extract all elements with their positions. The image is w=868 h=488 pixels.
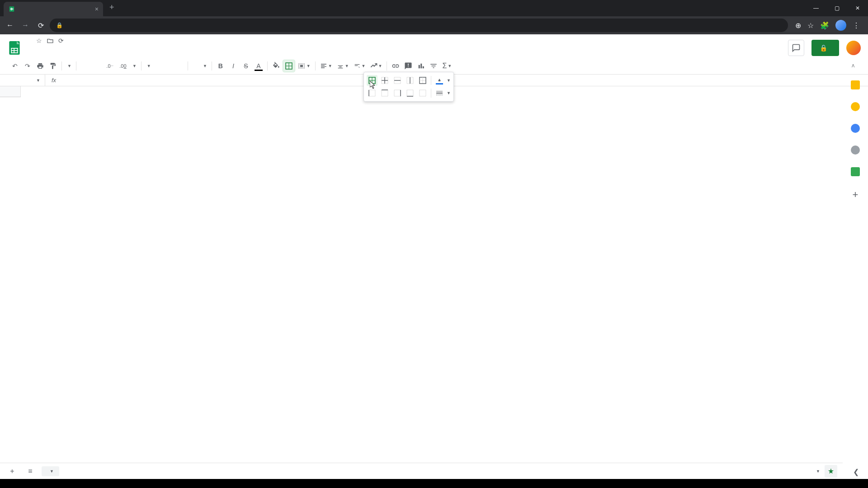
doc-title[interactable]	[28, 40, 32, 42]
extension-icon[interactable]: 🧩	[820, 21, 829, 30]
text-color-button[interactable]: A	[253, 60, 264, 72]
menu-edit[interactable]	[35, 45, 42, 49]
paint-format-button[interactable]	[47, 60, 59, 72]
maps-icon[interactable]	[851, 167, 860, 176]
add-sheet-button[interactable]: +	[5, 465, 19, 478]
font-select[interactable]: ▼	[144, 64, 185, 68]
insert-chart-button[interactable]	[415, 60, 427, 72]
menu-insert[interactable]	[50, 45, 56, 49]
chrome-avatar[interactable]	[835, 20, 846, 31]
valign-button[interactable]: ▼	[335, 62, 351, 70]
menu-view[interactable]	[42, 45, 49, 49]
border-vertical-button[interactable]	[405, 75, 415, 86]
filter-button[interactable]	[428, 60, 439, 72]
decrease-decimal-button[interactable]: .0←	[104, 60, 116, 72]
menu-data[interactable]	[64, 45, 71, 49]
nav-forward-button[interactable]: →	[19, 19, 32, 32]
increase-decimal-button[interactable]: .00	[117, 60, 129, 72]
menu-addons[interactable]	[79, 45, 85, 49]
window-minimize-icon[interactable]: —	[806, 5, 826, 11]
chevron-down-icon: ▼	[307, 64, 311, 68]
zoom-select[interactable]: ▼	[65, 64, 73, 68]
border-inner-button[interactable]	[379, 75, 390, 86]
fill-color-button[interactable]	[270, 60, 282, 72]
window-maximize-icon[interactable]: ▢	[826, 5, 847, 11]
chevron-down-icon[interactable]: ▼	[447, 78, 451, 83]
side-panel-toggle[interactable]: ❮	[853, 468, 859, 476]
italic-button[interactable]: I	[227, 60, 239, 72]
insert-link-button[interactable]	[390, 60, 401, 72]
all-sheets-button[interactable]: ≡	[24, 465, 37, 478]
sheet-tab[interactable]: ▼	[42, 466, 59, 476]
zoom-icon[interactable]: ⊕	[795, 21, 801, 30]
keep-icon[interactable]	[851, 102, 860, 111]
chevron-down-icon[interactable]: ▼	[816, 469, 820, 474]
menu-format[interactable]	[57, 45, 63, 49]
os-taskbar	[0, 479, 868, 488]
border-color-button[interactable]	[434, 75, 445, 86]
border-bottom-button[interactable]	[405, 88, 415, 99]
nav-reload-button[interactable]: ⟳	[34, 19, 47, 32]
menu-help[interactable]	[86, 45, 92, 49]
strikethrough-button[interactable]: S	[240, 60, 252, 72]
merge-cells-button[interactable]: ▼	[296, 62, 312, 70]
explore-button[interactable]	[825, 465, 837, 478]
print-button[interactable]	[34, 60, 46, 72]
bookmark-icon[interactable]: ☆	[807, 21, 814, 30]
redo-button[interactable]: ↷	[22, 60, 33, 72]
svg-rect-8	[14, 48, 14, 53]
comments-button[interactable]	[788, 40, 804, 56]
account-avatar[interactable]	[846, 41, 861, 55]
window-close-icon[interactable]: ✕	[847, 5, 868, 11]
border-outer-button[interactable]	[417, 75, 428, 86]
tasks-icon[interactable]	[851, 124, 860, 133]
move-icon[interactable]	[47, 37, 54, 44]
chevron-down-icon[interactable]: ▼	[50, 469, 54, 474]
currency-button[interactable]	[79, 60, 91, 72]
border-all-button[interactable]	[367, 75, 377, 86]
wrap-button[interactable]: ▼	[352, 62, 368, 70]
chevron-down-icon: ▼	[147, 64, 151, 68]
last-edit-link[interactable]	[96, 45, 102, 49]
chrome-menu-icon[interactable]: ⋮	[853, 21, 860, 30]
undo-button[interactable]: ↶	[9, 60, 21, 72]
fx-icon: fx	[45, 77, 62, 84]
sheets-logo[interactable]	[5, 39, 24, 57]
border-none-button[interactable]	[417, 88, 428, 99]
number-format-select[interactable]: ▼	[130, 64, 138, 68]
nav-back-button[interactable]: ←	[4, 19, 16, 32]
border-right-button[interactable]	[392, 88, 403, 99]
star-icon[interactable]: ☆	[36, 37, 42, 44]
address-bar[interactable]: 🔒	[50, 19, 788, 32]
bold-button[interactable]: B	[215, 60, 226, 72]
add-addon-button[interactable]: +	[853, 189, 859, 201]
close-tab-icon[interactable]: ×	[95, 5, 99, 13]
border-top-button[interactable]	[379, 88, 390, 99]
svg-rect-10	[11, 52, 18, 53]
rotate-button[interactable]: ▼	[368, 62, 384, 70]
svg-rect-9	[17, 48, 18, 53]
border-left-button[interactable]	[367, 88, 377, 99]
insert-comment-button[interactable]	[402, 60, 414, 72]
collapse-toolbar-button[interactable]: ᐱ	[847, 60, 859, 72]
borders-button[interactable]	[283, 60, 295, 72]
share-button[interactable]: 🔒	[811, 40, 839, 56]
svg-rect-7	[11, 48, 12, 53]
svg-rect-29	[382, 90, 388, 96]
svg-rect-27	[369, 90, 375, 96]
calendar-icon[interactable]	[851, 80, 860, 89]
name-box[interactable]: ▼	[0, 75, 45, 86]
functions-button[interactable]: Σ ▼	[440, 62, 453, 70]
halign-button[interactable]: ▼	[318, 62, 334, 70]
new-tab-button[interactable]: +	[105, 3, 119, 12]
border-horizontal-button[interactable]	[392, 75, 403, 86]
contacts-icon[interactable]	[851, 145, 860, 155]
menu-file[interactable]	[28, 45, 34, 49]
chevron-down-icon[interactable]: ▼	[447, 91, 451, 95]
menu-tools[interactable]	[71, 45, 78, 49]
font-size-select[interactable]: ▼	[191, 64, 209, 68]
select-all-corner[interactable]	[0, 86, 21, 97]
border-style-button[interactable]	[434, 88, 445, 99]
browser-tab[interactable]: ×	[4, 2, 103, 16]
percent-button[interactable]	[92, 60, 104, 72]
